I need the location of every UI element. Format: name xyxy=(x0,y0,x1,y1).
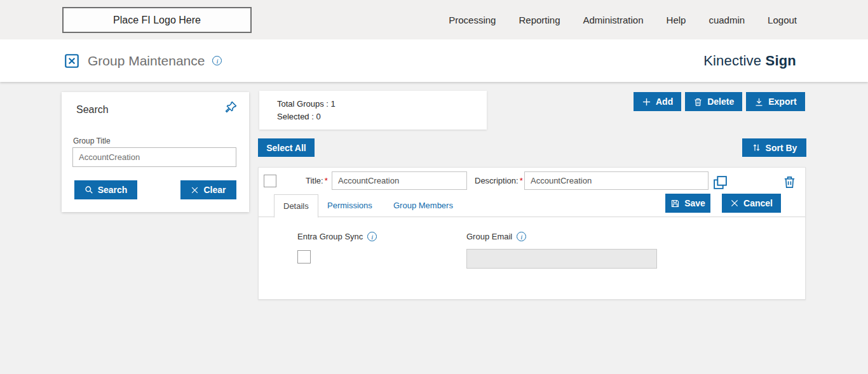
trash-icon xyxy=(782,175,797,189)
title-required-marker: * xyxy=(325,176,328,185)
entra-group-sync-text: Entra Group Sync xyxy=(297,232,363,241)
nav-logout[interactable]: Logout xyxy=(768,15,797,25)
row-delete-button[interactable] xyxy=(782,175,797,189)
tab-details[interactable]: Details xyxy=(274,194,318,218)
sort-by-button[interactable]: Sort By xyxy=(742,138,806,157)
group-email-info-icon[interactable]: i xyxy=(517,232,526,241)
nav-help[interactable]: Help xyxy=(667,15,686,25)
fi-logo-text: Place FI Logo Here xyxy=(113,15,201,26)
download-icon xyxy=(754,97,764,107)
copy-button[interactable] xyxy=(712,175,728,190)
search-panel-title: Search xyxy=(76,104,109,116)
tab-permissions[interactable]: Permissions xyxy=(327,201,372,210)
title-label-text: Title: xyxy=(306,176,323,185)
description-label-text: Description: xyxy=(475,176,519,185)
nav-administration[interactable]: Administration xyxy=(583,15,644,25)
selected-count-text: Selected : 0 xyxy=(277,110,487,123)
brand-bold: Sign xyxy=(766,53,796,69)
group-email-input xyxy=(466,249,657,269)
group-maintenance-icon xyxy=(64,53,80,69)
export-button-label: Export xyxy=(768,97,796,107)
x-icon xyxy=(730,199,739,208)
nav-reporting[interactable]: Reporting xyxy=(519,15,560,25)
fi-logo-placeholder: Place FI Logo Here xyxy=(62,7,252,33)
x-icon xyxy=(191,186,199,194)
top-bar: Place FI Logo Here Processing Reporting … xyxy=(0,0,868,39)
nav-processing[interactable]: Processing xyxy=(449,15,496,25)
nav-cuadmin[interactable]: cuadmin xyxy=(709,15,745,25)
title-label: Title:* xyxy=(306,176,328,185)
title-input[interactable] xyxy=(332,171,467,190)
copy-icon xyxy=(712,175,728,190)
group-row: Title:* Description:* Details Permission… xyxy=(258,167,806,300)
entra-group-sync-label: Entra Group Sync i xyxy=(297,232,377,241)
trash-icon xyxy=(693,97,703,107)
description-input[interactable] xyxy=(524,171,709,190)
header-left: Group Maintenance i xyxy=(64,39,222,82)
add-button-label: Add xyxy=(656,97,673,107)
search-button[interactable]: Search xyxy=(74,180,137,199)
select-all-button[interactable]: Select All xyxy=(258,138,315,157)
group-email-text: Group Email xyxy=(466,232,512,241)
plus-icon xyxy=(642,97,651,107)
row-checkbox[interactable] xyxy=(264,175,276,187)
top-nav: Processing Reporting Administration Help… xyxy=(449,0,797,39)
brand-regular: Kinective xyxy=(703,53,761,69)
entra-info-icon[interactable]: i xyxy=(367,232,377,241)
page-title: Group Maintenance xyxy=(88,53,205,69)
clear-button[interactable]: Clear xyxy=(180,180,236,199)
group-title-input[interactable] xyxy=(72,147,236,167)
add-button[interactable]: Add xyxy=(634,92,681,111)
total-groups-text: Total Groups : 1 xyxy=(277,98,487,110)
search-icon xyxy=(85,185,93,194)
brand-logo: Kinective Sign xyxy=(703,39,796,82)
delete-button-label: Delete xyxy=(707,97,734,107)
page-title-info-icon[interactable]: i xyxy=(212,56,222,65)
save-button-label: Save xyxy=(684,198,705,208)
save-button[interactable]: Save xyxy=(665,194,710,213)
groups-summary: Total Groups : 1 Selected : 0 xyxy=(259,91,487,130)
group-title-label: Group Title xyxy=(73,137,111,145)
group-email-label: Group Email i xyxy=(466,232,526,241)
search-panel: Search Group Title Search Clear xyxy=(62,92,249,212)
search-button-label: Search xyxy=(98,185,128,195)
cancel-button[interactable]: Cancel xyxy=(722,194,781,213)
entra-group-sync-checkbox[interactable] xyxy=(297,250,311,264)
save-icon xyxy=(670,199,680,208)
clear-button-label: Clear xyxy=(203,185,226,195)
sort-by-label: Sort By xyxy=(766,143,797,153)
cancel-button-label: Cancel xyxy=(743,198,773,208)
page: Place FI Logo Here Processing Reporting … xyxy=(0,0,868,374)
pin-icon[interactable] xyxy=(224,100,238,114)
description-label: Description:* xyxy=(475,176,523,185)
description-required-marker: * xyxy=(520,176,523,185)
page-header: Group Maintenance i Kinective Sign xyxy=(0,39,868,82)
delete-button[interactable]: Delete xyxy=(685,92,742,111)
export-button[interactable]: Export xyxy=(746,92,804,111)
select-all-label: Select All xyxy=(266,143,306,153)
sort-icon xyxy=(752,143,761,152)
tab-group-members[interactable]: Group Members xyxy=(393,201,453,210)
group-actions: Add Delete Export xyxy=(634,92,805,111)
